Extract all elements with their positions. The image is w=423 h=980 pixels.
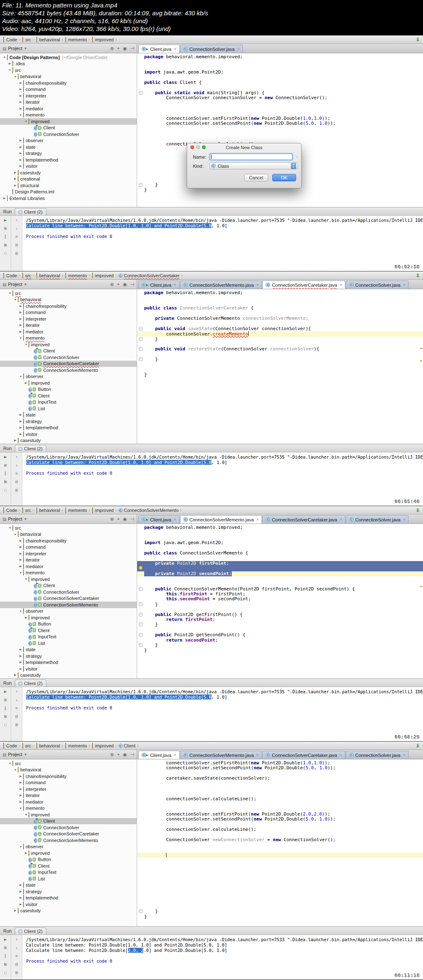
breadcrumb-item[interactable]: Code bbox=[3, 743, 17, 748]
tree-item[interactable]: CConnectionSolverMemento bbox=[0, 837, 137, 844]
tree-item[interactable]: ▶improved bbox=[0, 614, 137, 621]
settings-gear-icon[interactable]: ◉ bbox=[123, 282, 127, 287]
class-name-input[interactable] bbox=[209, 153, 293, 160]
tree-expand-arrow[interactable]: ▶ bbox=[19, 94, 23, 98]
tree-expand-arrow[interactable]: ▶ bbox=[19, 787, 23, 791]
tree-expand-arrow[interactable]: ▼ bbox=[24, 578, 28, 580]
breadcrumb-item[interactable]: improved bbox=[92, 273, 114, 278]
tree-item[interactable]: ▼src bbox=[0, 290, 137, 297]
stop-button[interactable]: ■ bbox=[4, 226, 7, 231]
fold-marker[interactable]: − bbox=[139, 633, 143, 637]
close-tab-icon[interactable]: × bbox=[403, 753, 405, 757]
tree-expand-arrow[interactable]: ▶ bbox=[19, 323, 23, 327]
tree-expand-arrow[interactable]: ▶ bbox=[19, 565, 23, 568]
tree-item[interactable]: ▼Code [Design Patterns] (~/Google Drive/… bbox=[0, 54, 137, 61]
tree-item[interactable]: CList bbox=[0, 405, 137, 412]
minimize-window-icon[interactable] bbox=[196, 145, 200, 149]
clear-all-button[interactable]: ▥ bbox=[15, 488, 18, 492]
tree-expand-arrow[interactable]: ▶ bbox=[19, 100, 23, 104]
close-tab-icon[interactable]: × bbox=[174, 47, 176, 51]
tree-item[interactable]: C▶Client bbox=[0, 627, 137, 634]
next-occurrence-button[interactable]: ↓ bbox=[15, 226, 18, 231]
console-output[interactable]: /System/Library/Java/JavaVirtualMachines… bbox=[22, 935, 423, 980]
tree-expand-arrow[interactable]: ▶ bbox=[19, 330, 23, 333]
tree-expand-arrow[interactable]: ▶ bbox=[19, 433, 23, 436]
console-output[interactable]: /System/Library/Java/JavaVirtualMachines… bbox=[22, 452, 423, 506]
run-button[interactable]: ▶ bbox=[4, 689, 7, 694]
locate-icon[interactable]: ⌖ bbox=[117, 516, 120, 522]
project-panel-header[interactable]: ▤Project▼⊗⌖◉⊣ bbox=[0, 514, 137, 523]
close-tab-icon[interactable]: × bbox=[257, 753, 259, 757]
breadcrumb-item[interactable]: improved bbox=[92, 508, 114, 513]
breadcrumb-item[interactable]: Code bbox=[3, 37, 17, 42]
tree-item[interactable]: ▼observer bbox=[0, 373, 137, 380]
tree-item[interactable]: CInputText bbox=[0, 869, 137, 876]
tree-expand-arrow[interactable]: ▶ bbox=[13, 177, 17, 181]
tree-expand-arrow[interactable]: ▼ bbox=[13, 768, 17, 771]
tree-expand-arrow[interactable]: ▼ bbox=[24, 343, 28, 346]
tree-item[interactable]: CConnectionSolverCaretaker bbox=[0, 831, 137, 837]
clear-all-button[interactable]: ▥ bbox=[15, 251, 18, 255]
hide-panel-icon[interactable]: ⊗ bbox=[110, 282, 114, 287]
tree-expand-arrow[interactable]: ▶ bbox=[19, 890, 23, 893]
code-editor[interactable]: package behavioral.memento.improved;publ… bbox=[137, 289, 423, 444]
layout-button[interactable]: ▦ bbox=[4, 962, 7, 966]
run-button[interactable]: ▶ bbox=[4, 218, 7, 222]
editor-tab[interactable]: CConnectionSolverCaretaker.java× bbox=[262, 751, 345, 759]
stop-button[interactable]: ■ bbox=[4, 697, 7, 702]
tree-item[interactable]: CConnectionSolver bbox=[0, 354, 137, 361]
scroll-to-end-button[interactable]: ▤ bbox=[15, 479, 18, 484]
tree-item[interactable]: ▶iterator bbox=[0, 792, 137, 799]
settings-gear-icon[interactable]: ◉ bbox=[123, 46, 127, 51]
next-occurrence-button[interactable]: ↓ bbox=[15, 945, 18, 950]
tree-expand-arrow[interactable]: ▼ bbox=[8, 762, 12, 765]
tree-expand-arrow[interactable]: ▶ bbox=[24, 852, 28, 855]
tree-expand-arrow[interactable]: ▶ bbox=[19, 883, 23, 887]
fold-end-marker[interactable]: ⌐ bbox=[139, 337, 143, 341]
editor-tab[interactable]: CConnectionSolverCaretaker.java× bbox=[262, 281, 345, 289]
breadcrumb-item[interactable]: CClient bbox=[119, 743, 135, 748]
tree-item[interactable]: ▶iterator bbox=[0, 557, 137, 564]
close-tab-icon[interactable]: × bbox=[237, 47, 240, 51]
tree-expand-arrow[interactable]: ▶ bbox=[13, 439, 17, 442]
project-panel-header[interactable]: ▤Project▼⊗⌖◉⊣ bbox=[0, 44, 137, 53]
tree-expand-arrow[interactable]: ▶ bbox=[19, 158, 23, 162]
tree-item[interactable]: ▼observer bbox=[0, 608, 137, 615]
locate-icon[interactable]: ⌖ bbox=[117, 752, 120, 757]
tree-expand-arrow[interactable]: ▶ bbox=[19, 794, 23, 797]
tree-item[interactable]: ▶command bbox=[0, 780, 137, 786]
tree-expand-arrow[interactable]: ▶ bbox=[19, 164, 23, 168]
close-tab-icon[interactable]: × bbox=[340, 283, 342, 287]
soft-wrap-button[interactable]: ≡ bbox=[15, 706, 18, 710]
tree-item[interactable]: ▶templatemethod bbox=[0, 895, 137, 902]
tree-item[interactable]: C▶Client bbox=[0, 392, 137, 399]
layout-button[interactable]: ▦ bbox=[4, 714, 7, 718]
tree-item[interactable]: ▶visitor bbox=[0, 666, 137, 672]
breadcrumb-item[interactable]: behavioral bbox=[36, 743, 60, 748]
locate-icon[interactable]: ⌖ bbox=[117, 282, 120, 287]
dock-window-icon[interactable]: ⇓ bbox=[416, 507, 420, 513]
pause-output-button[interactable]: ∥ bbox=[5, 234, 7, 239]
fold-end-marker[interactable]: ⌐ bbox=[139, 643, 143, 647]
dock-window-icon[interactable]: ⇓ bbox=[416, 37, 420, 43]
tree-expand-arrow[interactable]: ▶ bbox=[19, 88, 23, 91]
tree-item[interactable]: ▼improved bbox=[0, 811, 137, 818]
tree-item[interactable]: CButton bbox=[0, 621, 137, 628]
tree-item[interactable]: ▶interpreter bbox=[0, 316, 137, 322]
breadcrumb-item[interactable]: memento bbox=[65, 743, 87, 748]
breadcrumb-item[interactable]: memento bbox=[65, 37, 87, 42]
tree-item[interactable]: ▼improved bbox=[0, 118, 137, 125]
project-panel-header[interactable]: ▤Project▼⊗⌖◉⊣ bbox=[0, 750, 137, 759]
tree-item[interactable]: CInputText bbox=[0, 399, 137, 406]
locate-icon[interactable]: ⌖ bbox=[117, 46, 120, 51]
tree-item[interactable]: CConnectionSolver bbox=[0, 589, 137, 595]
hide-panel-icon[interactable]: ⊗ bbox=[110, 516, 114, 522]
tree-item[interactable]: ▶command bbox=[0, 86, 137, 93]
editor-tab[interactable]: CConnectionSolverMemento.java× bbox=[180, 751, 262, 759]
close-console-button[interactable]: ▢ bbox=[4, 251, 7, 255]
prev-occurrence-button[interactable]: ↑ bbox=[15, 218, 18, 222]
close-console-button[interactable]: ▢ bbox=[4, 722, 7, 727]
fold-end-marker[interactable]: ⌐ bbox=[139, 183, 143, 187]
tree-expand-arrow[interactable]: ▼ bbox=[19, 337, 23, 340]
tree-item[interactable]: C▶Client bbox=[0, 583, 137, 589]
